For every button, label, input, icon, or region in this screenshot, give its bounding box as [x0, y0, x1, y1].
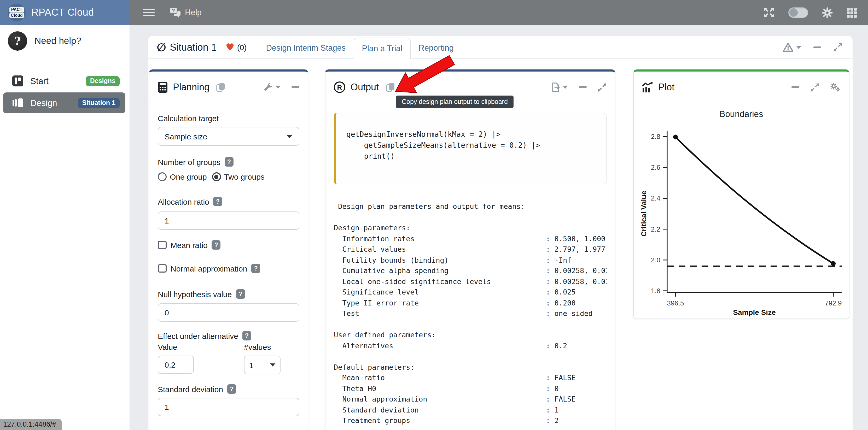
null-hypothesis-input[interactable]	[158, 303, 299, 322]
favorites-count: (0)	[237, 43, 247, 52]
output-row-label: Critical values	[334, 244, 546, 255]
output-body: getDesignInverseNormal(kMax = 2) |> getS…	[326, 113, 615, 426]
output-row: Futility bounds (binding): -Inf	[334, 255, 607, 265]
dark-mode-toggle[interactable]	[788, 7, 808, 18]
output-row: Significance level: 0.025	[334, 287, 607, 297]
logo-text-top: PACT	[10, 7, 24, 12]
svg-text:792.9: 792.9	[825, 299, 842, 307]
sidebar-header: PACT Cloud RPACT Cloud	[0, 0, 129, 25]
standard-deviation-label: Standard deviation?	[158, 384, 299, 394]
radio-two-groups[interactable]	[212, 172, 221, 181]
mean-ratio-row: Mean ratio?	[158, 240, 299, 250]
radio-two-groups-label: Two groups	[224, 172, 265, 181]
help-badge-icon[interactable]: ?	[213, 197, 222, 206]
hamburger-menu-icon[interactable]	[143, 7, 155, 18]
standard-deviation-input[interactable]	[158, 398, 299, 416]
need-help-link[interactable]: ? Need help?	[8, 31, 81, 51]
x-tick-labels: 396.5 792.9	[667, 299, 842, 307]
output-row-value: : 0	[546, 383, 607, 394]
app-viewport: PACT Cloud RPACT Cloud ? Need help? Star…	[0, 0, 868, 430]
expand-icon[interactable]	[598, 83, 607, 92]
brand-title: RPACT Cloud	[31, 7, 94, 18]
topbar: ? Help	[130, 0, 868, 25]
help-badge-icon[interactable]: ?	[251, 264, 260, 273]
grid-menu-icon[interactable]	[846, 7, 857, 18]
help-button[interactable]: ? Help	[169, 7, 202, 18]
warnings-dropdown-button[interactable]	[783, 42, 801, 52]
copy-planning-icon[interactable]	[216, 82, 225, 92]
sidebar-item-design[interactable]: Design Situation 1	[3, 92, 125, 113]
logo-text-bottom: Cloud	[9, 13, 24, 18]
output-row-value: : FALSE	[546, 394, 607, 404]
planning-panel-actions	[264, 83, 299, 92]
output-row: Information rates: 0.500, 1.000	[334, 233, 607, 244]
file-export-icon	[552, 82, 560, 92]
output-row-label: Local one-sided significance levels	[334, 276, 546, 287]
number-of-groups-radios: One group Two groups	[158, 172, 299, 181]
code-block: getDesignInverseNormal(kMax = 2) |> getS…	[334, 113, 607, 184]
boundaries-chart: 2.8 2.6 2.4 2.2 2.0 1.8 396.5 792.9 Cr	[634, 122, 850, 320]
chalk-question-icon: ?	[8, 31, 27, 51]
minimize-icon[interactable]	[813, 46, 821, 48]
help-label: Help	[185, 8, 202, 17]
output-row: Local one-sided significance levels: 0.0…	[334, 276, 607, 287]
chart-icon	[642, 82, 653, 92]
chart-title: Boundaries	[634, 109, 849, 119]
allocation-ratio-input[interactable]	[158, 211, 299, 230]
tools-dropdown-button[interactable]	[264, 83, 281, 92]
settings-gear-icon[interactable]	[822, 7, 833, 18]
output-line	[334, 212, 607, 223]
help-badge-icon[interactable]: ?	[225, 157, 234, 167]
output-row-label: Theta H0	[334, 383, 546, 394]
tab-reporting[interactable]: Reporting	[411, 38, 461, 59]
expand-icon[interactable]	[810, 83, 819, 92]
url-preview: 127.0.0.1:4486/#	[0, 419, 62, 430]
effect-value-input[interactable]	[158, 356, 194, 374]
calculation-target-select[interactable]: Sample size	[158, 127, 299, 146]
mean-ratio-checkbox[interactable]	[158, 241, 166, 249]
expand-icon[interactable]	[833, 43, 842, 52]
output-row-label: Information rates	[334, 233, 546, 244]
panel-title: Plot	[658, 82, 675, 93]
tab-design-interim-stages[interactable]: Design Interim Stages	[258, 38, 353, 59]
copy-tooltip: Copy design plan output to clipboard	[396, 96, 514, 108]
sidebar-item-start[interactable]: Start Designs	[3, 70, 125, 91]
output-row-value: : 0.025	[546, 287, 607, 297]
tab-plan-a-trial[interactable]: Plan a Trial	[353, 38, 411, 59]
svg-text:2.4: 2.4	[651, 194, 660, 202]
minimize-icon[interactable]	[579, 86, 587, 88]
svg-text:2.2: 2.2	[651, 225, 660, 233]
panel-title: Planning	[173, 82, 210, 93]
help-badge-icon[interactable]: ?	[242, 331, 251, 340]
need-help-label: Need help?	[34, 35, 81, 46]
normal-approximation-row: Normal approximation?	[158, 264, 299, 273]
output-row-value: : 0.500, 1.000	[546, 233, 607, 244]
plot-panel-actions	[792, 82, 841, 92]
copy-output-icon[interactable]	[386, 82, 395, 92]
favorites-button[interactable]: ♥ (0)	[226, 42, 247, 52]
radio-one-group[interactable]	[158, 172, 167, 181]
effect-columns-inputs: 1	[158, 356, 299, 374]
output-row-value: : 1	[546, 404, 607, 415]
output-row-value: : -Inf	[546, 255, 607, 265]
output-line: User defined parameters:	[334, 329, 607, 340]
normal-approximation-label: Normal approximation	[170, 264, 247, 273]
planning-panel-header: Planning	[149, 71, 308, 103]
effect-num-values-label: #values	[244, 342, 271, 352]
help-badge-icon[interactable]: ?	[227, 384, 236, 394]
plot-settings-gears-icon[interactable]	[830, 82, 841, 92]
help-badge-icon[interactable]: ?	[236, 289, 245, 299]
fullscreen-icon[interactable]	[763, 7, 774, 18]
output-row: Type II error rate: 0.200	[334, 297, 607, 308]
help-badge-icon[interactable]: ?	[212, 240, 221, 250]
code-line: print()	[346, 151, 595, 162]
minimize-icon[interactable]	[291, 86, 299, 88]
normal-approximation-checkbox[interactable]	[158, 264, 166, 273]
chevron-down-icon	[796, 46, 801, 49]
export-dropdown-button[interactable]	[552, 82, 568, 92]
minimize-icon[interactable]	[792, 86, 799, 88]
r-logo-icon: R	[334, 81, 345, 93]
svg-text:?: ?	[172, 8, 175, 13]
effect-num-values-select[interactable]: 1	[244, 356, 281, 374]
output-row-value: : FALSE	[546, 372, 607, 383]
